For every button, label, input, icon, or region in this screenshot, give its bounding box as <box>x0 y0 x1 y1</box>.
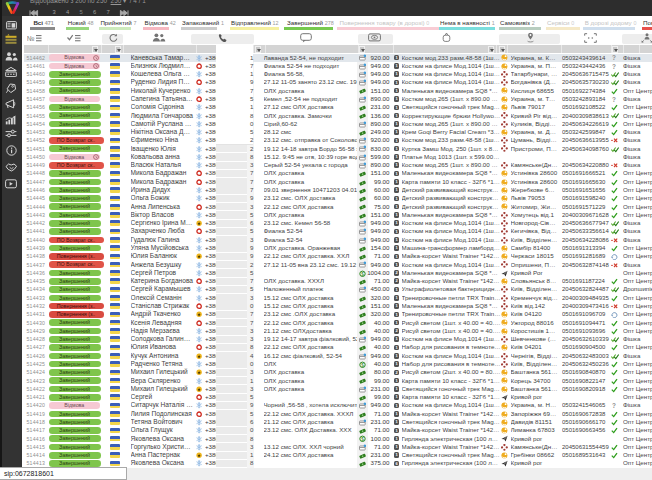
svg-text:?: ? <box>612 96 616 103</box>
svg-text:?: ? <box>612 63 616 70</box>
svg-text:?: ? <box>612 54 616 61</box>
svg-text:?: ? <box>612 402 616 409</box>
